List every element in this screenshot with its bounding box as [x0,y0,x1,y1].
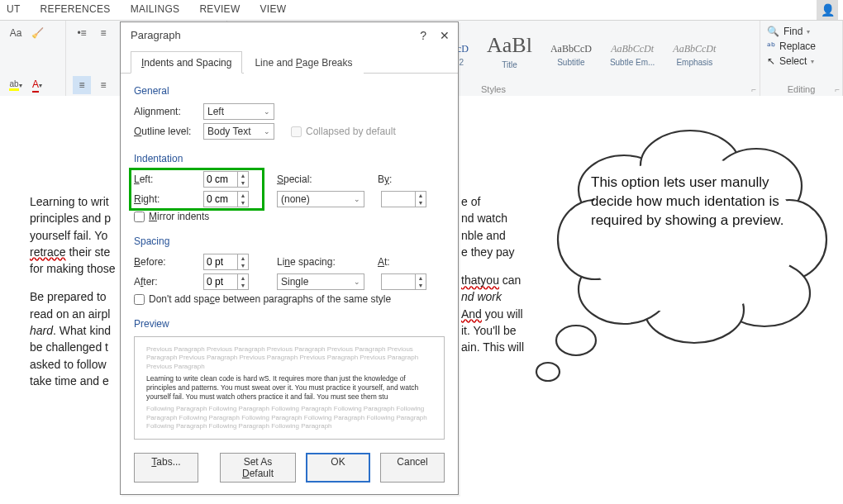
ok-button[interactable]: OK [306,453,370,483]
before-label: Before: [134,256,198,268]
svg-point-9 [556,326,596,355]
mirror-indents-checkbox[interactable] [134,212,145,222]
outline-label: Outline level: [134,126,198,137]
close-button[interactable]: ✕ [440,29,450,42]
section-spacing: Spacing [134,235,445,247]
tab-references[interactable]: REFERENCES [40,3,111,15]
doc-text: ain. This will [461,339,524,355]
doc-text: it. You'll be [461,322,524,339]
after-label: After: [134,276,198,288]
tab-line-page-breaks[interactable]: Line and Page Breaks [244,51,363,74]
style-item[interactable]: AaBbCcDtEmphasis [667,39,722,71]
preview-box: Previous Paragraph Previous Paragraph Pr… [134,336,445,440]
change-case-button[interactable]: Aa [7,24,25,42]
dialog-title: Paragraph [131,29,181,42]
callout-text: This option lets user manully decide how… [591,174,798,231]
dont-add-space-checkbox[interactable] [134,294,145,305]
align-center-button[interactable]: ≡ [94,76,112,94]
find-icon: 🔍 [767,26,779,37]
numbering-button[interactable]: ≡ [94,24,112,42]
section-general: General [134,85,445,97]
alignment-select[interactable]: Left⌄ [203,103,274,120]
doc-text: for making those [30,260,116,277]
callout-cloud: This option lets user manully decide how… [517,124,831,388]
cancel-button[interactable]: Cancel [380,453,445,483]
doc-text: nd work [461,288,524,305]
doc-text: hard. What kind [30,322,116,339]
doc-text: retrace their ste [30,244,116,260]
style-item[interactable]: AaBbCcDtSubtle Em... [604,39,660,71]
font-color-button[interactable]: A▾ [28,76,46,94]
tab-indents-spacing[interactable]: Indents and Spacing [131,51,242,74]
right-indent-spinner[interactable]: ▲▼ [203,191,249,207]
doc-text: asked to follow [30,356,116,373]
tab-mailings[interactable]: MAILINGS [131,3,180,15]
section-preview: Preview [134,318,445,330]
doc-text: nd watch [461,210,524,226]
collapsed-label: Collapsed by default [306,126,396,137]
collapsed-checkbox [291,126,302,137]
bullets-button[interactable]: •≡ [73,24,91,42]
select-button[interactable]: ↖Select ▾ [767,54,836,69]
find-button[interactable]: 🔍Find ▾ [767,24,836,39]
line-spacing-select[interactable]: Single⌄ [277,273,364,290]
tabs-button[interactable]: Tabs... [134,453,198,483]
by-spinner[interactable]: ▲▼ [381,191,426,207]
doc-text: e of [461,193,524,210]
style-item[interactable]: AaBlTitle [481,29,538,74]
tab-view[interactable]: VIEW [260,3,287,15]
before-spinner[interactable]: ▲▼ [203,254,249,270]
set-default-button[interactable]: Set As Default [220,453,296,483]
outline-select[interactable]: Body Text⌄ [203,123,274,140]
editing-group: 🔍Find ▾ ᵃᵇReplace ↖Select ▾ Editing [760,21,843,96]
cloud-shape-icon [517,124,831,397]
section-indentation: Indentation [134,153,445,164]
special-select[interactable]: (none)⌄ [277,191,364,207]
doc-text: take time and e [30,373,116,389]
font-group: Aa 🧹 ab▾ A▾ ⌐ [0,21,66,96]
ribbon-tabs: UT REFERENCES MAILINGS REVIEW VIEW [0,0,843,21]
doc-text: nble and [461,227,524,244]
mirror-indents-label: Mirror indents [149,211,209,222]
svg-point-10 [536,363,560,381]
doc-text: yourself fail. Yo [30,227,116,244]
special-label: Special: [277,174,326,185]
doc-text: be challenged t [30,339,116,355]
style-item[interactable]: AaBbCcDSubtitle [545,39,598,71]
after-spinner[interactable]: ▲▼ [203,273,249,290]
doc-text: Be prepared to [30,288,116,305]
left-indent-spinner[interactable]: ▲▼ [203,171,249,188]
dialog-launcher-icon[interactable]: ⌐ [751,85,756,94]
align-left-button[interactable]: ≡ [73,76,91,94]
paragraph-dialog: Paragraph ? ✕ Indents and Spacing Line a… [120,21,459,495]
left-indent-label: Left: [134,174,198,185]
by-label: By: [378,174,392,185]
replace-button[interactable]: ᵃᵇReplace [767,39,836,54]
doc-text: Learning to writ [30,193,116,210]
tab-review[interactable]: REVIEW [199,3,240,15]
doc-text: thatyou can [461,272,524,288]
tab-pagelayout[interactable]: UT [7,3,21,15]
alignment-label: Alignment: [134,106,198,117]
at-label: At: [378,256,390,268]
doc-text: And you will [461,306,524,322]
doc-text: e they pay [461,244,524,260]
doc-text: read on an airpl [30,306,116,322]
doc-text: principles and p [30,210,116,226]
at-spinner[interactable]: ▲▼ [381,273,426,290]
right-indent-label: Right: [134,193,198,205]
replace-icon: ᵃᵇ [767,40,775,52]
dont-add-space-label: Don't add space between paragraphs of th… [149,293,391,305]
line-spacing-label: Line spacing: [277,256,341,268]
account-icon[interactable]: 👤 [817,0,838,20]
editing-group-label: Editing [767,84,836,94]
clear-formatting-button[interactable]: 🧹 [28,24,46,42]
help-button[interactable]: ? [420,29,426,42]
select-icon: ↖ [767,55,775,67]
highlight-button[interactable]: ab▾ [7,76,25,94]
